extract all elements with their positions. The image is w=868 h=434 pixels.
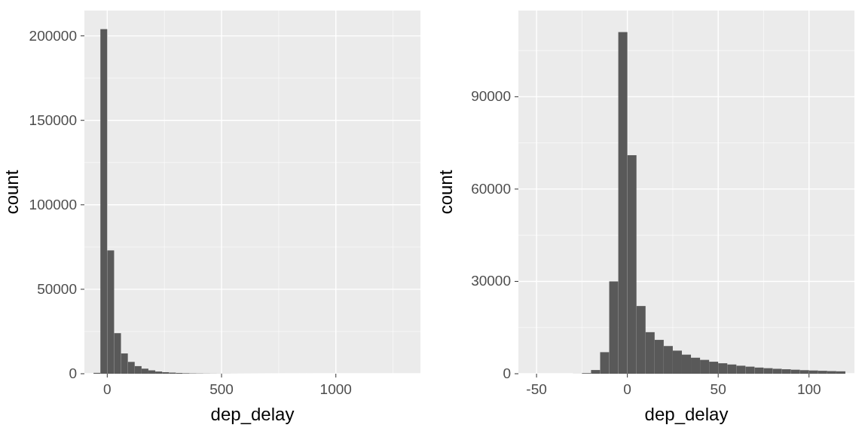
panel-bg xyxy=(518,11,854,374)
x-tick-label: 1000 xyxy=(320,381,352,397)
histogram-bar xyxy=(745,367,754,374)
histogram-bar xyxy=(619,32,628,374)
histogram-bar xyxy=(155,371,162,374)
x-tick-label: -50 xyxy=(526,381,546,397)
histogram-bar xyxy=(709,362,718,374)
histogram-bar xyxy=(818,371,827,374)
histogram-bar xyxy=(646,332,655,374)
histogram-bar xyxy=(107,250,114,374)
panel-bg xyxy=(84,11,420,374)
x-tick-label: 500 xyxy=(209,381,234,397)
histogram-bar xyxy=(736,365,745,374)
histogram-bar xyxy=(93,373,100,374)
x-axis-title: dep_delay xyxy=(645,404,729,424)
histogram-bar xyxy=(782,369,791,374)
histogram-bar xyxy=(791,370,800,374)
histogram-bar xyxy=(600,352,609,374)
histogram-zoomed: -500501000300006000090000dep_delaycount xyxy=(434,0,868,434)
histogram-bar xyxy=(827,371,836,374)
histogram-bar xyxy=(773,368,782,374)
histogram-bar xyxy=(673,350,682,374)
y-tick-label: 30000 xyxy=(471,273,511,289)
histogram-bar xyxy=(135,366,142,374)
histogram-bar xyxy=(655,340,664,374)
y-tick-label: 0 xyxy=(503,365,511,381)
histogram-bar xyxy=(718,363,727,374)
histogram-bar xyxy=(637,306,646,374)
chart-row: 05001000050000100000150000200000dep_dela… xyxy=(0,0,868,434)
y-tick-label: 50000 xyxy=(37,281,77,297)
histogram-bar xyxy=(142,368,148,374)
y-tick-label: 60000 xyxy=(471,181,511,197)
histogram-bar xyxy=(763,368,772,374)
histogram-bar xyxy=(727,365,736,374)
histogram-bar xyxy=(628,155,637,374)
histogram-bar xyxy=(100,29,107,374)
y-tick-label: 200000 xyxy=(29,28,77,44)
histogram-bar xyxy=(176,373,182,374)
x-tick-label: 0 xyxy=(623,381,631,397)
x-tick-label: 0 xyxy=(103,381,112,397)
histogram-bar xyxy=(128,362,135,374)
histogram-bar xyxy=(591,370,600,374)
histogram-bar xyxy=(700,360,709,374)
y-tick-label: 0 xyxy=(69,365,77,381)
histogram-bar xyxy=(691,358,700,374)
x-tick-label: 100 xyxy=(797,381,821,397)
histogram-bar xyxy=(114,333,121,374)
histogram-bar xyxy=(800,370,809,374)
histogram-bar xyxy=(836,371,845,374)
histogram-bar xyxy=(182,373,189,374)
histogram-bar xyxy=(582,373,591,374)
histogram-bar xyxy=(610,281,619,374)
y-axis-title: count xyxy=(436,170,456,214)
histogram-bar xyxy=(162,372,169,374)
histogram-full-range: 05001000050000100000150000200000dep_dela… xyxy=(0,0,434,434)
histogram-bar xyxy=(169,373,176,374)
y-tick-label: 150000 xyxy=(29,112,77,128)
histogram-bar xyxy=(754,368,763,374)
histogram-bar xyxy=(148,371,155,374)
histogram-bar xyxy=(664,346,673,374)
x-axis-title: dep_delay xyxy=(211,404,295,424)
y-tick-label: 90000 xyxy=(471,88,511,104)
x-tick-label: 50 xyxy=(711,381,726,397)
histogram-bar xyxy=(682,355,691,374)
histogram-bar xyxy=(809,371,818,374)
histogram-bar xyxy=(121,353,128,374)
y-axis-title: count xyxy=(2,170,22,214)
y-tick-label: 100000 xyxy=(29,197,77,212)
